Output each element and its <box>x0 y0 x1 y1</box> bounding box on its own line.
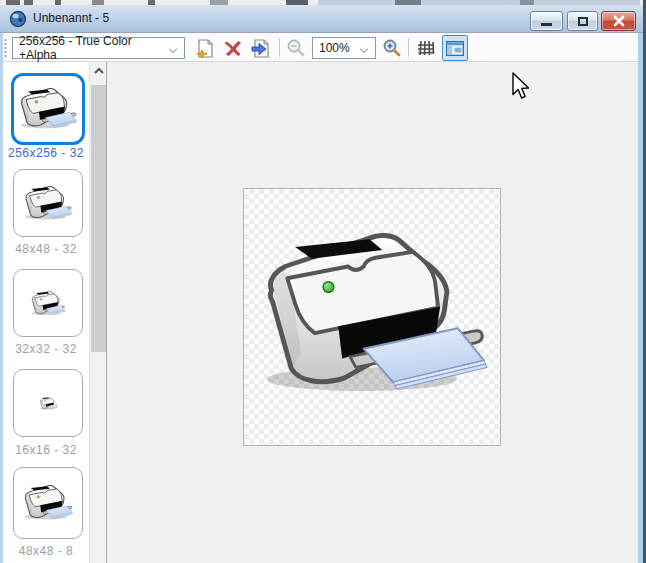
app-icon <box>9 10 27 28</box>
thumbnail-label: 32x32 - 32 <box>3 342 89 356</box>
toolbar-grip[interactable] <box>4 38 7 57</box>
grid-icon <box>416 38 436 58</box>
chevron-down-icon <box>360 45 369 51</box>
window-title: Unbenannt - 5 <box>33 5 109 32</box>
chevron-down-icon <box>169 45 178 51</box>
thumbnail-label: 256x256 - 32 <box>3 146 89 160</box>
thumbnail-48x48[interactable] <box>13 169 83 237</box>
scroll-up-icon <box>93 67 105 75</box>
toolbar-separator <box>408 38 409 57</box>
format-dropdown-value: 256x256 - True Color +Alpha <box>19 34 169 62</box>
toolbar: 256x256 - True Color +Alpha <box>0 33 646 62</box>
new-image-icon <box>195 38 216 59</box>
icon-sizes-sidebar: 256x256 - 32 48x48 - 32 32x32 - 32 16x16… <box>3 62 89 563</box>
icon-editor-window: Unbenannt - 5 256x256 - True Color +Alph… <box>0 0 646 563</box>
thumbnail-16x16[interactable] <box>13 369 83 437</box>
window-border-right <box>637 0 646 563</box>
thumbnail-label: 48x48 - 8 <box>3 544 89 558</box>
delete-image-icon <box>223 38 243 58</box>
thumbnail-label: 16x16 - 32 <box>3 443 89 457</box>
export-image-icon <box>251 38 272 59</box>
export-image-button[interactable] <box>249 36 273 60</box>
panel-toggle-button[interactable] <box>442 35 468 61</box>
close-icon <box>613 15 625 27</box>
thumbnail-label: 48x48 - 32 <box>3 242 89 256</box>
panel-toggle-icon <box>446 41 464 56</box>
printer-thumbnail-image <box>18 88 78 130</box>
thumbnail-256x256[interactable] <box>11 73 85 145</box>
scroll-up-button[interactable] <box>90 62 107 79</box>
titlebar[interactable]: Unbenannt - 5 <box>0 5 646 33</box>
maximize-icon <box>578 17 588 26</box>
minimize-button[interactable] <box>530 11 563 31</box>
zoom-dropdown[interactable]: 100% <box>312 37 376 59</box>
zoom-dropdown-value: 100% <box>319 41 350 55</box>
zoom-out-button[interactable] <box>284 36 308 60</box>
scrollbar-thumb[interactable] <box>91 85 106 352</box>
printer-image <box>256 233 491 398</box>
printer-thumbnail-image <box>39 397 58 410</box>
printer-thumbnail-image <box>23 186 73 221</box>
format-dropdown[interactable]: 256x256 - True Color +Alpha <box>12 37 185 59</box>
thumbnail-32x32[interactable] <box>13 269 83 337</box>
toolbar-separator <box>279 38 280 57</box>
edit-canvas[interactable] <box>243 188 501 446</box>
minimize-icon <box>541 23 552 26</box>
zoom-out-icon <box>286 38 306 58</box>
grid-toggle-button[interactable] <box>414 36 438 60</box>
delete-image-button[interactable] <box>221 36 245 60</box>
close-button[interactable] <box>601 11 636 31</box>
maximize-button[interactable] <box>567 11 598 31</box>
thumbnail-48x48-8bit[interactable] <box>13 467 83 539</box>
printer-thumbnail-image <box>30 291 66 316</box>
sidebar-scrollbar[interactable] <box>89 62 106 563</box>
zoom-in-icon <box>382 38 402 58</box>
printer-thumbnail-image <box>22 485 74 521</box>
zoom-in-button[interactable] <box>380 36 404 60</box>
new-image-button[interactable] <box>193 36 217 60</box>
